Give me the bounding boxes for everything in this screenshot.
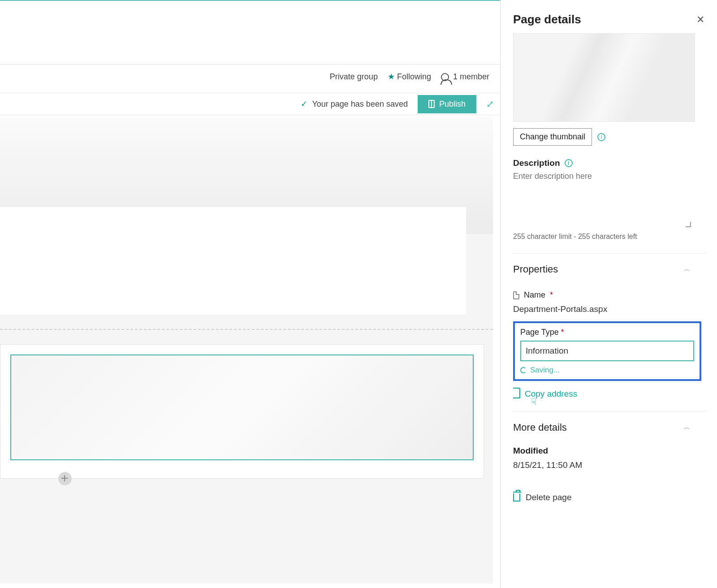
member-count-label: 1 member bbox=[453, 72, 489, 81]
publish-label: Publish bbox=[439, 99, 466, 109]
file-icon bbox=[513, 291, 519, 299]
required-asterisk: * bbox=[561, 328, 564, 337]
delete-page-label: Delete page bbox=[526, 493, 571, 502]
title-area[interactable] bbox=[0, 207, 466, 315]
checkmark-icon: ✓ bbox=[301, 99, 307, 109]
following-toggle[interactable]: ★ Following bbox=[388, 72, 431, 82]
page-canvas[interactable] bbox=[0, 117, 493, 584]
publish-button[interactable]: Publish bbox=[418, 95, 476, 113]
description-label: Description bbox=[513, 158, 560, 168]
properties-section-header[interactable]: Properties ︿ bbox=[513, 264, 690, 275]
section-divider bbox=[0, 329, 493, 330]
modified-value: 8/15/21, 11:50 AM bbox=[513, 460, 707, 470]
members-link[interactable]: 1 member bbox=[441, 72, 489, 82]
person-icon bbox=[441, 73, 449, 81]
required-asterisk: * bbox=[550, 290, 553, 300]
top-section bbox=[0, 1, 500, 65]
selected-webpart[interactable] bbox=[10, 355, 474, 460]
info-icon[interactable]: i bbox=[565, 159, 573, 167]
saving-label: Saving... bbox=[530, 366, 560, 375]
copy-address-link[interactable]: Copy address ☟ bbox=[513, 389, 707, 399]
character-limit-text: 255 character limit - 255 characters lef… bbox=[513, 233, 707, 241]
chevron-up-icon: ︿ bbox=[684, 265, 690, 273]
chevron-up-icon: ︿ bbox=[684, 424, 690, 432]
more-details-section-header[interactable]: More details ︿ bbox=[513, 422, 690, 433]
info-icon[interactable]: i bbox=[597, 133, 605, 141]
close-icon[interactable]: ✕ bbox=[696, 14, 704, 26]
panel-scroll-area[interactable]: Change thumbnail i Description i 255 cha… bbox=[513, 33, 714, 588]
page-type-highlighted-field: Page Type * Saving... bbox=[513, 321, 701, 381]
page-type-label: Page Type bbox=[520, 328, 559, 337]
add-section-button[interactable] bbox=[58, 472, 72, 485]
site-info-bar: Private group ★ Following 1 member bbox=[330, 72, 489, 82]
saving-indicator: Saving... bbox=[520, 366, 694, 375]
following-label: Following bbox=[397, 72, 431, 81]
webpart-container[interactable] bbox=[0, 344, 484, 479]
star-icon: ★ bbox=[388, 72, 395, 81]
divider bbox=[513, 411, 707, 412]
properties-label: Properties bbox=[513, 264, 558, 275]
page-type-input[interactable] bbox=[520, 341, 694, 361]
modified-label: Modified bbox=[513, 446, 707, 456]
expand-icon[interactable]: ⤢ bbox=[486, 99, 494, 109]
saved-message-text: Your page has been saved bbox=[312, 99, 408, 109]
name-field-label: Name bbox=[524, 290, 545, 300]
name-field-value[interactable]: Department-Portals.aspx bbox=[513, 304, 707, 314]
cursor-icon: ☟ bbox=[531, 396, 536, 407]
page-details-panel: Page details ✕ Change thumbnail i Descri… bbox=[500, 0, 717, 588]
divider bbox=[513, 253, 707, 254]
editor-toolbar: ✓ Your page has been saved Publish ⤢ bbox=[0, 93, 500, 115]
copy-icon bbox=[513, 389, 520, 398]
change-thumbnail-button[interactable]: Change thumbnail bbox=[513, 128, 592, 146]
group-privacy-label: Private group bbox=[330, 72, 378, 82]
main-editor-area: Private group ★ Following 1 member ✓ You… bbox=[0, 0, 500, 588]
publish-icon bbox=[428, 100, 435, 108]
trash-icon bbox=[513, 493, 520, 502]
delete-page-button[interactable]: Delete page bbox=[513, 493, 707, 502]
thumbnail-preview bbox=[513, 33, 695, 122]
saved-status: ✓ Your page has been saved bbox=[301, 99, 408, 109]
panel-title: Page details bbox=[513, 13, 581, 26]
more-details-label: More details bbox=[513, 422, 567, 433]
description-textarea[interactable] bbox=[513, 168, 690, 226]
spinner-icon bbox=[520, 367, 527, 373]
